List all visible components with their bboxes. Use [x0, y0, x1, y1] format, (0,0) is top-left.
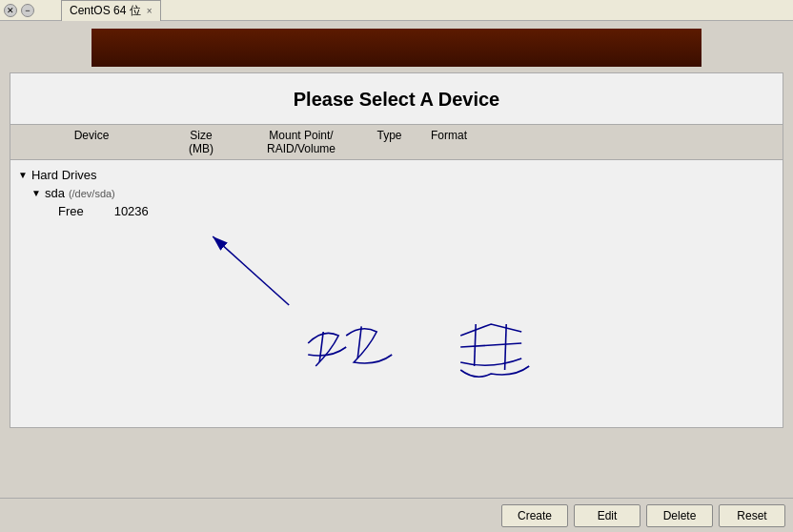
device-tree: ▼ Hard Drives ▼ sda (/dev/sda) Free 1023…: [10, 160, 783, 427]
col-header-size: Size (MB): [163, 129, 239, 155]
close-button[interactable]: ✕: [4, 4, 17, 17]
edit-button[interactable]: Edit: [574, 504, 640, 527]
reset-button[interactable]: Reset: [719, 504, 785, 527]
free-label: Free: [58, 204, 84, 218]
tree-device-sda[interactable]: ▼ sda (/dev/sda): [10, 184, 783, 202]
col-header-format: Format: [416, 129, 482, 155]
col-header-type: Type: [363, 129, 416, 155]
col-header-device: Device: [10, 129, 163, 155]
top-bar: ✕ − CentOS 64 位 ×: [0, 0, 793, 21]
delete-button[interactable]: Delete: [646, 504, 713, 527]
col-header-mount: Mount Point/ RAID/Volume: [239, 129, 363, 155]
table-header: Device Size (MB) Mount Point/ RAID/Volum…: [10, 124, 783, 160]
tab-label: CentOS 64 位: [70, 3, 141, 19]
free-size: 10236: [84, 204, 160, 218]
minimize-button[interactable]: −: [21, 4, 34, 17]
expand-icon-sda: ▼: [31, 188, 41, 198]
expand-icon-hard-drives: ▼: [18, 170, 28, 180]
sda-name: sda: [45, 186, 65, 200]
main-panel: Please Select A Device Device Size (MB) …: [10, 72, 783, 428]
tree-group-hard-drives[interactable]: ▼ Hard Drives: [10, 166, 783, 184]
tab-centos[interactable]: CentOS 64 位 ×: [61, 0, 161, 21]
svg-line-1: [213, 236, 289, 305]
create-button[interactable]: Create: [501, 504, 568, 527]
sda-path: (/dev/sda): [69, 188, 115, 199]
page-title: Please Select A Device: [10, 73, 783, 124]
tree-partition-free[interactable]: Free 10236: [10, 202, 783, 220]
window-controls: ✕ −: [4, 4, 34, 17]
tab-close-icon[interactable]: ×: [147, 6, 152, 16]
banner-image: [92, 29, 702, 67]
hard-drives-label: Hard Drives: [31, 168, 97, 182]
bottom-toolbar: Create Edit Delete Reset: [0, 498, 793, 532]
